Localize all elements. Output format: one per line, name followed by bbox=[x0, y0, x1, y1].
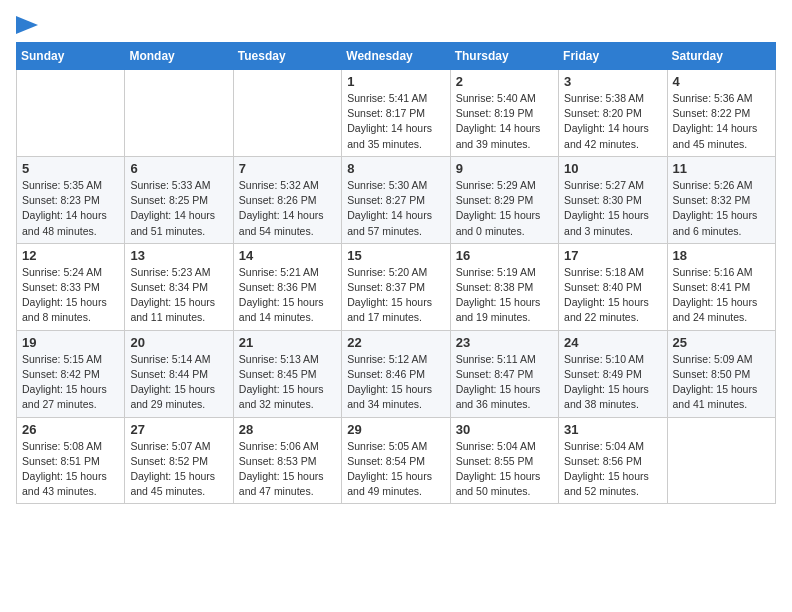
day-number: 5 bbox=[22, 161, 119, 176]
calendar-cell: 11Sunrise: 5:26 AMSunset: 8:32 PMDayligh… bbox=[667, 156, 775, 243]
calendar-cell: 18Sunrise: 5:16 AMSunset: 8:41 PMDayligh… bbox=[667, 243, 775, 330]
calendar-cell bbox=[667, 417, 775, 504]
calendar-cell: 2Sunrise: 5:40 AMSunset: 8:19 PMDaylight… bbox=[450, 70, 558, 157]
calendar-cell: 12Sunrise: 5:24 AMSunset: 8:33 PMDayligh… bbox=[17, 243, 125, 330]
day-of-week-header: Saturday bbox=[667, 43, 775, 70]
day-info: Sunrise: 5:38 AMSunset: 8:20 PMDaylight:… bbox=[564, 91, 661, 152]
day-number: 24 bbox=[564, 335, 661, 350]
calendar-cell bbox=[17, 70, 125, 157]
day-info: Sunrise: 5:33 AMSunset: 8:25 PMDaylight:… bbox=[130, 178, 227, 239]
day-info: Sunrise: 5:40 AMSunset: 8:19 PMDaylight:… bbox=[456, 91, 553, 152]
day-info: Sunrise: 5:14 AMSunset: 8:44 PMDaylight:… bbox=[130, 352, 227, 413]
day-number: 27 bbox=[130, 422, 227, 437]
day-info: Sunrise: 5:21 AMSunset: 8:36 PMDaylight:… bbox=[239, 265, 336, 326]
calendar-cell: 5Sunrise: 5:35 AMSunset: 8:23 PMDaylight… bbox=[17, 156, 125, 243]
calendar-week-row: 12Sunrise: 5:24 AMSunset: 8:33 PMDayligh… bbox=[17, 243, 776, 330]
day-info: Sunrise: 5:06 AMSunset: 8:53 PMDaylight:… bbox=[239, 439, 336, 500]
day-info: Sunrise: 5:26 AMSunset: 8:32 PMDaylight:… bbox=[673, 178, 770, 239]
day-number: 4 bbox=[673, 74, 770, 89]
day-info: Sunrise: 5:15 AMSunset: 8:42 PMDaylight:… bbox=[22, 352, 119, 413]
day-number: 21 bbox=[239, 335, 336, 350]
day-number: 13 bbox=[130, 248, 227, 263]
day-of-week-header: Sunday bbox=[17, 43, 125, 70]
calendar-week-row: 5Sunrise: 5:35 AMSunset: 8:23 PMDaylight… bbox=[17, 156, 776, 243]
calendar-cell: 4Sunrise: 5:36 AMSunset: 8:22 PMDaylight… bbox=[667, 70, 775, 157]
day-info: Sunrise: 5:20 AMSunset: 8:37 PMDaylight:… bbox=[347, 265, 444, 326]
calendar-cell: 22Sunrise: 5:12 AMSunset: 8:46 PMDayligh… bbox=[342, 330, 450, 417]
calendar-cell: 28Sunrise: 5:06 AMSunset: 8:53 PMDayligh… bbox=[233, 417, 341, 504]
day-info: Sunrise: 5:32 AMSunset: 8:26 PMDaylight:… bbox=[239, 178, 336, 239]
calendar-cell: 14Sunrise: 5:21 AMSunset: 8:36 PMDayligh… bbox=[233, 243, 341, 330]
day-info: Sunrise: 5:30 AMSunset: 8:27 PMDaylight:… bbox=[347, 178, 444, 239]
day-number: 1 bbox=[347, 74, 444, 89]
day-number: 7 bbox=[239, 161, 336, 176]
day-number: 2 bbox=[456, 74, 553, 89]
logo-arrow-icon bbox=[16, 16, 38, 34]
day-number: 26 bbox=[22, 422, 119, 437]
day-of-week-header: Tuesday bbox=[233, 43, 341, 70]
day-number: 15 bbox=[347, 248, 444, 263]
day-number: 22 bbox=[347, 335, 444, 350]
day-number: 20 bbox=[130, 335, 227, 350]
calendar-cell: 20Sunrise: 5:14 AMSunset: 8:44 PMDayligh… bbox=[125, 330, 233, 417]
calendar-cell: 10Sunrise: 5:27 AMSunset: 8:30 PMDayligh… bbox=[559, 156, 667, 243]
day-info: Sunrise: 5:16 AMSunset: 8:41 PMDaylight:… bbox=[673, 265, 770, 326]
calendar-cell: 7Sunrise: 5:32 AMSunset: 8:26 PMDaylight… bbox=[233, 156, 341, 243]
calendar-cell: 19Sunrise: 5:15 AMSunset: 8:42 PMDayligh… bbox=[17, 330, 125, 417]
day-of-week-header: Thursday bbox=[450, 43, 558, 70]
day-info: Sunrise: 5:05 AMSunset: 8:54 PMDaylight:… bbox=[347, 439, 444, 500]
day-info: Sunrise: 5:29 AMSunset: 8:29 PMDaylight:… bbox=[456, 178, 553, 239]
day-number: 11 bbox=[673, 161, 770, 176]
day-info: Sunrise: 5:10 AMSunset: 8:49 PMDaylight:… bbox=[564, 352, 661, 413]
day-number: 19 bbox=[22, 335, 119, 350]
calendar-cell: 3Sunrise: 5:38 AMSunset: 8:20 PMDaylight… bbox=[559, 70, 667, 157]
calendar-cell: 31Sunrise: 5:04 AMSunset: 8:56 PMDayligh… bbox=[559, 417, 667, 504]
day-number: 9 bbox=[456, 161, 553, 176]
calendar-cell: 27Sunrise: 5:07 AMSunset: 8:52 PMDayligh… bbox=[125, 417, 233, 504]
calendar-cell: 23Sunrise: 5:11 AMSunset: 8:47 PMDayligh… bbox=[450, 330, 558, 417]
day-number: 3 bbox=[564, 74, 661, 89]
day-number: 30 bbox=[456, 422, 553, 437]
day-number: 12 bbox=[22, 248, 119, 263]
calendar-cell: 30Sunrise: 5:04 AMSunset: 8:55 PMDayligh… bbox=[450, 417, 558, 504]
calendar-cell: 25Sunrise: 5:09 AMSunset: 8:50 PMDayligh… bbox=[667, 330, 775, 417]
calendar-week-row: 26Sunrise: 5:08 AMSunset: 8:51 PMDayligh… bbox=[17, 417, 776, 504]
day-info: Sunrise: 5:24 AMSunset: 8:33 PMDaylight:… bbox=[22, 265, 119, 326]
page-header bbox=[16, 16, 776, 34]
day-info: Sunrise: 5:11 AMSunset: 8:47 PMDaylight:… bbox=[456, 352, 553, 413]
logo bbox=[16, 16, 38, 34]
calendar-cell bbox=[233, 70, 341, 157]
day-info: Sunrise: 5:36 AMSunset: 8:22 PMDaylight:… bbox=[673, 91, 770, 152]
calendar-cell: 29Sunrise: 5:05 AMSunset: 8:54 PMDayligh… bbox=[342, 417, 450, 504]
day-number: 28 bbox=[239, 422, 336, 437]
day-info: Sunrise: 5:04 AMSunset: 8:56 PMDaylight:… bbox=[564, 439, 661, 500]
day-info: Sunrise: 5:13 AMSunset: 8:45 PMDaylight:… bbox=[239, 352, 336, 413]
day-number: 18 bbox=[673, 248, 770, 263]
calendar-cell: 6Sunrise: 5:33 AMSunset: 8:25 PMDaylight… bbox=[125, 156, 233, 243]
day-number: 10 bbox=[564, 161, 661, 176]
day-number: 17 bbox=[564, 248, 661, 263]
calendar-cell: 17Sunrise: 5:18 AMSunset: 8:40 PMDayligh… bbox=[559, 243, 667, 330]
day-info: Sunrise: 5:04 AMSunset: 8:55 PMDaylight:… bbox=[456, 439, 553, 500]
calendar-cell: 26Sunrise: 5:08 AMSunset: 8:51 PMDayligh… bbox=[17, 417, 125, 504]
calendar-week-row: 19Sunrise: 5:15 AMSunset: 8:42 PMDayligh… bbox=[17, 330, 776, 417]
day-number: 25 bbox=[673, 335, 770, 350]
day-info: Sunrise: 5:19 AMSunset: 8:38 PMDaylight:… bbox=[456, 265, 553, 326]
svg-marker-0 bbox=[16, 16, 38, 34]
day-info: Sunrise: 5:09 AMSunset: 8:50 PMDaylight:… bbox=[673, 352, 770, 413]
day-of-week-header: Wednesday bbox=[342, 43, 450, 70]
day-info: Sunrise: 5:23 AMSunset: 8:34 PMDaylight:… bbox=[130, 265, 227, 326]
calendar-cell: 13Sunrise: 5:23 AMSunset: 8:34 PMDayligh… bbox=[125, 243, 233, 330]
calendar-cell bbox=[125, 70, 233, 157]
calendar-cell: 15Sunrise: 5:20 AMSunset: 8:37 PMDayligh… bbox=[342, 243, 450, 330]
day-of-week-header: Friday bbox=[559, 43, 667, 70]
day-number: 14 bbox=[239, 248, 336, 263]
day-info: Sunrise: 5:07 AMSunset: 8:52 PMDaylight:… bbox=[130, 439, 227, 500]
calendar-table: SundayMondayTuesdayWednesdayThursdayFrid… bbox=[16, 42, 776, 504]
day-of-week-header: Monday bbox=[125, 43, 233, 70]
calendar-cell: 1Sunrise: 5:41 AMSunset: 8:17 PMDaylight… bbox=[342, 70, 450, 157]
day-info: Sunrise: 5:35 AMSunset: 8:23 PMDaylight:… bbox=[22, 178, 119, 239]
day-info: Sunrise: 5:27 AMSunset: 8:30 PMDaylight:… bbox=[564, 178, 661, 239]
day-info: Sunrise: 5:12 AMSunset: 8:46 PMDaylight:… bbox=[347, 352, 444, 413]
day-number: 23 bbox=[456, 335, 553, 350]
